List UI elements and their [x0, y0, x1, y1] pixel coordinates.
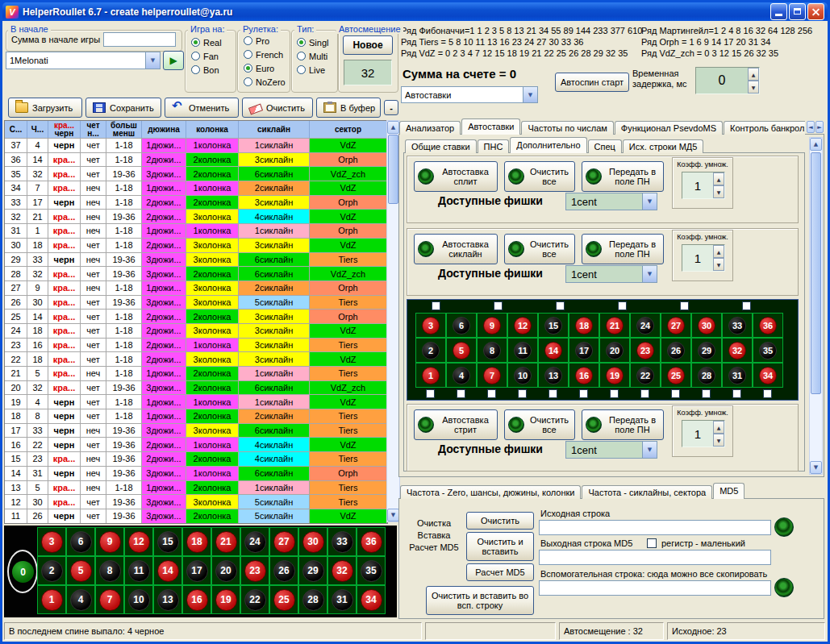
bet-number-28[interactable]: 28: [698, 367, 715, 384]
radio-euro[interactable]: Euro: [244, 62, 286, 74]
table-row[interactable]: 2933черннеч19-363дюжи...3колонка6сиклайн…: [5, 252, 387, 267]
radio-nozero[interactable]: NoZero: [244, 76, 286, 88]
board-number-16[interactable]: 16: [186, 589, 208, 611]
street-checkbox[interactable]: [518, 389, 527, 398]
board-number-23[interactable]: 23: [244, 560, 266, 582]
table-row[interactable]: 1523кра...неч19-362дюжи...2колонка4сикла…: [5, 451, 387, 466]
md5-clear-paste-helper-button[interactable]: Очистить и вставить во всп. строку: [426, 586, 534, 615]
board-number-6[interactable]: 6: [70, 531, 92, 553]
tab-контроль-банкрол[interactable]: Контроль банкрол...: [724, 121, 805, 135]
chips-combo[interactable]: 1cent▼: [565, 265, 657, 283]
play-button[interactable]: ▶: [163, 51, 184, 70]
street-checkbox[interactable]: [763, 389, 772, 398]
table-row[interactable]: 3317черннеч1-182дюжи...2колонка3сиклайнO…: [5, 195, 387, 210]
bet-number-35[interactable]: 35: [759, 342, 777, 359]
board-number-19[interactable]: 19: [215, 589, 237, 611]
tab-scroll-left-button[interactable]: ◄: [807, 121, 815, 133]
autobets-combo[interactable]: Автоставки ▼: [401, 86, 538, 103]
table-row[interactable]: 194чернчет1-181дюжи...1колонка1сиклайнVd…: [5, 394, 387, 409]
chips-combo[interactable]: 1cent▼: [565, 193, 657, 210]
spin-up-icon[interactable]: ▲: [713, 172, 724, 185]
subtab-общие-ставки[interactable]: Общие ставки: [405, 139, 477, 153]
board-number-21[interactable]: 21: [215, 531, 237, 553]
bet-number-25[interactable]: 25: [667, 367, 685, 384]
board-number-11[interactable]: 11: [128, 560, 150, 582]
md5-source-input[interactable]: [539, 520, 771, 535]
bet-number-26[interactable]: 26: [667, 342, 685, 359]
bet-number-34[interactable]: 34: [759, 367, 777, 384]
sixline-checkbox[interactable]: [432, 301, 440, 310]
bet-number-23[interactable]: 23: [636, 342, 654, 359]
board-number-30[interactable]: 30: [302, 531, 324, 553]
scroll-up-icon[interactable]: ▲: [387, 121, 399, 134]
table-row[interactable]: 279кра...неч1-181дюжи...3колонка2сиклайн…: [5, 280, 387, 295]
md5-output-input[interactable]: [539, 550, 771, 565]
clear-all-button[interactable]: Очистить все: [504, 161, 575, 192]
board-number-13[interactable]: 13: [157, 589, 179, 611]
table-row[interactable]: 311кра...неч1-181дюжи...1колонка1сиклайн…: [5, 223, 387, 238]
radio-real[interactable]: Real: [191, 36, 222, 48]
bet-number-15[interactable]: 15: [544, 317, 562, 334]
street-checkbox[interactable]: [579, 389, 588, 398]
автоставка-сплит-button[interactable]: Автоставка сплит: [414, 161, 498, 192]
radio-singl[interactable]: Singl: [297, 36, 328, 48]
board-number-2[interactable]: 2: [41, 560, 63, 582]
spin-up-icon[interactable]: ▲: [713, 245, 724, 258]
tab-анализатор[interactable]: Анализатор: [399, 121, 461, 135]
board-number-17[interactable]: 17: [186, 560, 208, 582]
table-row[interactable]: 3532кра...чет19-363дюжи...2колонка6сикла…: [5, 166, 387, 181]
md5-helper-wheel-button[interactable]: [774, 578, 794, 597]
sum-start-input[interactable]: [103, 32, 176, 47]
bet-number-19[interactable]: 19: [606, 367, 624, 384]
street-checkbox[interactable]: [671, 389, 680, 398]
table-row[interactable]: 2316кра...чет1-182дюжи...1колонка3сиклай…: [5, 338, 387, 352]
md5-source-wheel-button[interactable]: [774, 517, 794, 537]
bet-number-8[interactable]: 8: [483, 342, 501, 359]
bet-number-16[interactable]: 16: [575, 367, 593, 384]
table-row[interactable]: 347кра...неч1-181дюжи...1колонка2сиклайн…: [5, 181, 387, 195]
board-number-26[interactable]: 26: [273, 560, 295, 582]
table-row[interactable]: 1622чернчет19-362дюжи...1колонка4сиклайн…: [5, 437, 387, 451]
spin-down-icon[interactable]: ▼: [713, 434, 724, 447]
board-number-18[interactable]: 18: [186, 531, 208, 553]
tab-md5[interactable]: MD5: [713, 483, 744, 499]
toolbar-save-button[interactable]: Сохранить: [86, 98, 161, 118]
bet-number-24[interactable]: 24: [636, 317, 654, 334]
bet-number-11[interactable]: 11: [514, 342, 532, 359]
coef-spinner[interactable]: 1▲▼: [682, 420, 725, 447]
board-number-1[interactable]: 1: [41, 589, 63, 611]
transfer-to-pn-button[interactable]: Передать в поле ПН: [582, 161, 664, 192]
radio-fan[interactable]: Fan: [191, 50, 222, 62]
table-row[interactable]: 188чернчет1-181дюжи...2колонка2сиклайнTi…: [5, 409, 387, 423]
table-row[interactable]: 3018кра...чет1-182дюжи...3колонка3сиклай…: [5, 238, 387, 252]
board-number-36[interactable]: 36: [361, 531, 382, 553]
transfer-to-pn-button[interactable]: Передать в поле ПН: [582, 234, 664, 264]
radio-live[interactable]: Live: [297, 64, 328, 76]
board-number-5[interactable]: 5: [70, 560, 92, 582]
sixline-checkbox[interactable]: [494, 301, 503, 310]
board-number-0[interactable]: 0: [12, 561, 34, 583]
table-row[interactable]: 1230кра...чет19-363дюжи...3колонка5сикла…: [5, 494, 387, 509]
transfer-to-pn-button[interactable]: Передать в поле ПН: [582, 409, 664, 440]
table-row[interactable]: 215кра...неч1-181дюжи...2колонка1сиклайн…: [5, 366, 387, 380]
tab-функционал-psevdoms[interactable]: Функционал PsevdoMS: [615, 121, 723, 135]
table-row[interactable]: 2514кра...чет1-182дюжи...2колонка3сиклай…: [5, 309, 387, 323]
maximize-button[interactable]: [789, 3, 806, 20]
board-number-29[interactable]: 29: [302, 560, 324, 582]
table-row[interactable]: 374чернчет1-181дюжи...1колонка1сиклайнVd…: [5, 138, 387, 152]
right-scrollbar[interactable]: ▲ ▼: [809, 137, 823, 475]
chips-combo-arrow[interactable]: ▼: [642, 442, 657, 458]
автоставка-стрит-button[interactable]: Автоставка стрит: [414, 409, 498, 440]
radio-multi[interactable]: Multi: [297, 50, 328, 62]
spin-up-icon[interactable]: ▲: [713, 421, 724, 434]
coef-spinner[interactable]: 1▲▼: [682, 172, 725, 199]
board-number-14[interactable]: 14: [157, 560, 179, 582]
sixline-checkbox[interactable]: [742, 301, 751, 310]
md5-clear-button[interactable]: Очистить: [466, 512, 534, 530]
close-button[interactable]: [807, 3, 824, 20]
toolbar-clear-button[interactable]: Очистить: [242, 98, 313, 118]
preset-combo-arrow[interactable]: ▼: [145, 52, 160, 69]
bet-number-7[interactable]: 7: [483, 367, 501, 384]
bet-number-27[interactable]: 27: [667, 317, 685, 334]
board-number-10[interactable]: 10: [128, 589, 150, 611]
